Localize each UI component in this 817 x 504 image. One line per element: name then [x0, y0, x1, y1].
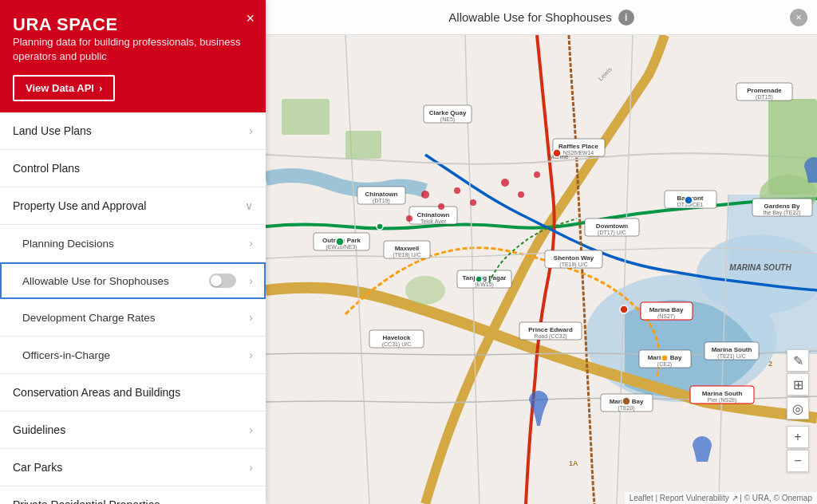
- svg-rect-6: [282, 99, 330, 135]
- svg-point-79: [553, 149, 561, 157]
- map-close-button[interactable]: ×: [790, 9, 807, 26]
- svg-point-76: [501, 179, 509, 187]
- svg-point-74: [454, 187, 460, 194]
- svg-text:(DT15): (DT15): [756, 94, 773, 100]
- map-view[interactable]: Clarke Quay (NE5) Chinatown (DT19) China…: [266, 35, 817, 504]
- map-topbar: Allowable Use for Shophouses i ×: [266, 0, 817, 35]
- sidebar-item-conservation-areas[interactable]: Conservation Areas and Buildings: [0, 374, 266, 411]
- sidebar-item-officers-in-charge[interactable]: Officers-in-Charge ›: [0, 337, 266, 374]
- sidebar-item-control-plans[interactable]: Control Plans: [0, 150, 266, 187]
- svg-text:Chinatown: Chinatown: [417, 211, 450, 219]
- svg-text:(NS27): (NS27): [657, 313, 675, 320]
- svg-text:(TE20): (TE20): [618, 405, 634, 411]
- svg-text:Marina South: Marina South: [702, 390, 743, 397]
- allowable-use-toggle[interactable]: [209, 274, 236, 288]
- edit-button[interactable]: ✎: [787, 349, 809, 372]
- svg-text:Chinatown: Chinatown: [365, 191, 398, 198]
- chevron-right-icon: ›: [249, 311, 253, 324]
- sidebar-item-car-parks[interactable]: Car Parks ›: [0, 449, 266, 486]
- svg-point-75: [470, 199, 476, 206]
- svg-text:Clarke Quay: Clarke Quay: [429, 109, 467, 116]
- map-attribution: Leaflet | Report Vulnerability ↗ | © URA…: [625, 492, 817, 504]
- svg-point-71: [421, 191, 429, 199]
- map-info-icon[interactable]: i: [618, 10, 634, 26]
- svg-point-82: [377, 223, 383, 230]
- view-api-button[interactable]: View Data API ›: [13, 75, 115, 101]
- svg-text:Raffles Place: Raffles Place: [558, 143, 598, 150]
- svg-rect-7: [345, 131, 381, 159]
- svg-text:Marina South: Marina South: [712, 346, 752, 353]
- svg-point-77: [518, 191, 524, 198]
- sidebar: URA SPACE × Planning data for building p…: [0, 0, 266, 504]
- svg-text:Prince Edward: Prince Edward: [528, 326, 573, 333]
- svg-point-78: [534, 171, 540, 178]
- svg-text:Maxwell: Maxwell: [395, 245, 420, 252]
- chevron-right-icon: ›: [249, 461, 253, 474]
- map-title: Allowable Use for Shophouses: [448, 10, 611, 24]
- app-subtitle: Planning data for building professionals…: [13, 35, 253, 64]
- app-title: URA SPACE: [13, 14, 118, 34]
- svg-point-86: [622, 397, 630, 405]
- svg-text:(TE21) U/C: (TE21) U/C: [717, 353, 745, 360]
- svg-text:Downtown: Downtown: [596, 222, 629, 230]
- svg-text:Road (CC32): Road (CC32): [534, 333, 566, 340]
- svg-point-83: [336, 238, 344, 246]
- svg-text:Tanjong Pagar: Tanjong Pagar: [463, 274, 507, 282]
- chevron-right-icon: ›: [249, 348, 253, 361]
- svg-text:1A: 1A: [569, 459, 578, 467]
- svg-text:(TE18) U/C: (TE18) U/C: [393, 252, 420, 258]
- sidebar-close-button[interactable]: ×: [246, 11, 255, 26]
- sidebar-item-planning-decisions[interactable]: Planning Decisions ›: [0, 225, 266, 262]
- svg-text:MARINA SOUTH: MARINA SOUTH: [729, 263, 791, 272]
- chevron-right-icon: ›: [249, 274, 253, 287]
- svg-text:Telok Ayer: Telok Ayer: [420, 219, 447, 225]
- svg-point-73: [406, 215, 412, 222]
- svg-point-85: [661, 355, 668, 361]
- sidebar-item-private-residential[interactable]: Private Residential Properties: [0, 486, 266, 504]
- zoom-out-button[interactable]: −: [787, 450, 809, 472]
- svg-point-80: [685, 196, 693, 204]
- map-controls: ✎ ⊞ ◎ + −: [787, 349, 809, 472]
- sidebar-header: URA SPACE × Planning data for building p…: [0, 0, 266, 112]
- chevron-right-icon: ›: [249, 237, 253, 250]
- location-button[interactable]: ◎: [787, 397, 809, 419]
- map-container: Allowable Use for Shophouses i ×: [266, 0, 817, 504]
- svg-text:Gardens By: Gardens By: [764, 203, 800, 210]
- svg-point-81: [476, 276, 482, 282]
- chevron-right-icon: ›: [249, 124, 253, 137]
- sidebar-item-guidelines[interactable]: Guidelines ›: [0, 411, 266, 449]
- svg-text:(CC31) U/C: (CC31) U/C: [382, 341, 412, 348]
- svg-text:Shenton Way: Shenton Way: [554, 254, 594, 262]
- svg-text:the Bay (TE22): the Bay (TE22): [763, 210, 800, 216]
- svg-point-8: [405, 276, 445, 305]
- svg-text:Promenade: Promenade: [747, 87, 782, 94]
- sidebar-item-allowable-use-shophouses[interactable]: Allowable Use for Shophouses ›: [0, 262, 266, 299]
- sidebar-item-development-charge-rates[interactable]: Development Charge Rates ›: [0, 299, 266, 337]
- chevron-right-icon: ›: [249, 423, 253, 436]
- svg-text:Pier (NS28): Pier (NS28): [708, 397, 737, 404]
- sidebar-item-property-use-approval[interactable]: Property Use and Approval ∨: [0, 187, 266, 225]
- svg-text:(DT19): (DT19): [373, 198, 390, 204]
- zoom-in-button[interactable]: +: [787, 426, 809, 448]
- svg-point-84: [620, 305, 628, 313]
- layers-button[interactable]: ⊞: [787, 373, 809, 396]
- svg-text:(TE19) U/C: (TE19) U/C: [559, 262, 587, 268]
- svg-text:2: 2: [768, 360, 772, 368]
- chevron-down-icon: ∨: [245, 199, 253, 212]
- svg-text:(DT17) U/C: (DT17) U/C: [598, 230, 626, 236]
- svg-text:(CE2): (CE2): [657, 361, 672, 368]
- svg-text:Havelock: Havelock: [382, 334, 411, 341]
- svg-text:Marina Bay: Marina Bay: [649, 306, 684, 313]
- svg-point-72: [438, 203, 444, 210]
- svg-text:(NE5): (NE5): [440, 116, 455, 123]
- sidebar-item-land-use-plans[interactable]: Land Use Plans ›: [0, 112, 266, 150]
- sidebar-nav: Land Use Plans › Control Plans Property …: [0, 112, 266, 504]
